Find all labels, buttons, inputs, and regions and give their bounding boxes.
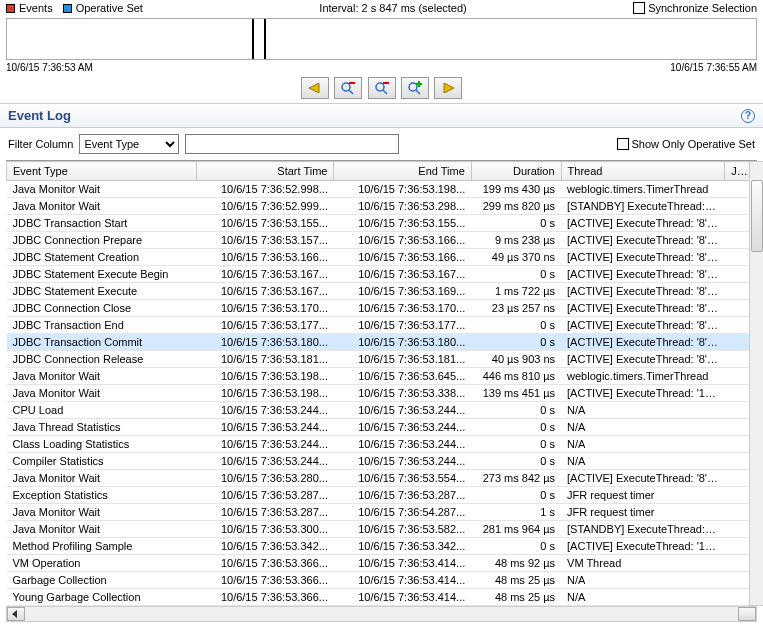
table-row[interactable]: Class Loading Statistics10/6/15 7:36:53.… bbox=[7, 436, 757, 453]
cell-duration: 446 ms 810 µs bbox=[471, 368, 561, 385]
cell-end-time: 10/6/15 7:36:53.180... bbox=[334, 334, 471, 351]
table-row[interactable]: Java Monitor Wait10/6/15 7:36:53.280...1… bbox=[7, 470, 757, 487]
cell-thread: JFR request timer bbox=[561, 487, 725, 504]
cell-duration: 0 s bbox=[471, 402, 561, 419]
cell-event-type: Java Monitor Wait bbox=[7, 368, 197, 385]
table-row[interactable]: Java Monitor Wait10/6/15 7:36:52.999...1… bbox=[7, 198, 757, 215]
svg-line-2 bbox=[349, 90, 353, 94]
zoom-in-button[interactable] bbox=[401, 77, 429, 99]
col-duration[interactable]: Duration bbox=[471, 162, 561, 181]
cell-event-type: Java Monitor Wait bbox=[7, 385, 197, 402]
cell-event-type: Exception Statistics bbox=[7, 487, 197, 504]
help-icon[interactable]: ? bbox=[741, 109, 755, 123]
table-row[interactable]: JDBC Transaction Commit10/6/15 7:36:53.1… bbox=[7, 334, 757, 351]
cell-start-time: 10/6/15 7:36:53.300... bbox=[197, 521, 334, 538]
table-row[interactable]: JDBC Statement Execute10/6/15 7:36:53.16… bbox=[7, 283, 757, 300]
zoom-reset-button[interactable] bbox=[368, 77, 396, 99]
table-row[interactable]: JDBC Connection Prepare10/6/15 7:36:53.1… bbox=[7, 232, 757, 249]
nav-toolbar bbox=[0, 77, 763, 99]
show-only-operative-toggle[interactable]: Show Only Operative Set bbox=[617, 138, 756, 150]
table-row[interactable]: Java Monitor Wait10/6/15 7:36:53.300...1… bbox=[7, 521, 757, 538]
cell-duration: 299 ms 820 µs bbox=[471, 198, 561, 215]
cell-duration: 48 ms 25 µs bbox=[471, 572, 561, 589]
table-row[interactable]: Exception Statistics10/6/15 7:36:53.287.… bbox=[7, 487, 757, 504]
table-row[interactable]: Young Garbage Collection10/6/15 7:36:53.… bbox=[7, 589, 757, 606]
col-start-time[interactable]: Start Time bbox=[197, 162, 334, 181]
cell-duration: 0 s bbox=[471, 453, 561, 470]
table-row[interactable]: CPU Load10/6/15 7:36:53.244...10/6/15 7:… bbox=[7, 402, 757, 419]
cell-end-time: 10/6/15 7:36:53.244... bbox=[334, 402, 471, 419]
sync-selection-checkbox-icon[interactable] bbox=[633, 2, 645, 14]
table-row[interactable]: Java Monitor Wait10/6/15 7:36:53.198...1… bbox=[7, 368, 757, 385]
scroll-right-icon bbox=[746, 610, 751, 618]
col-end-time[interactable]: End Time bbox=[334, 162, 471, 181]
cell-duration: 273 ms 842 µs bbox=[471, 470, 561, 487]
table-row[interactable]: Garbage Collection10/6/15 7:36:53.366...… bbox=[7, 572, 757, 589]
cell-start-time: 10/6/15 7:36:52.999... bbox=[197, 198, 334, 215]
timeline-selection-marker[interactable] bbox=[252, 19, 266, 59]
legend-events-label: Events bbox=[19, 2, 53, 14]
legend-events: Events bbox=[6, 2, 53, 14]
table-row[interactable]: Java Monitor Wait10/6/15 7:36:53.287...1… bbox=[7, 504, 757, 521]
show-only-operative-checkbox-icon[interactable] bbox=[617, 138, 629, 150]
cell-end-time: 10/6/15 7:36:53.645... bbox=[334, 368, 471, 385]
table-row[interactable]: Method Profiling Sample10/6/15 7:36:53.3… bbox=[7, 538, 757, 555]
cell-end-time: 10/6/15 7:36:53.342... bbox=[334, 538, 471, 555]
cell-start-time: 10/6/15 7:36:53.342... bbox=[197, 538, 334, 555]
table-row[interactable]: JDBC Statement Creation10/6/15 7:36:53.1… bbox=[7, 249, 757, 266]
cell-end-time: 10/6/15 7:36:53.287... bbox=[334, 487, 471, 504]
cell-duration: 0 s bbox=[471, 436, 561, 453]
cell-end-time: 10/6/15 7:36:53.155... bbox=[334, 215, 471, 232]
cell-start-time: 10/6/15 7:36:53.244... bbox=[197, 436, 334, 453]
table-row[interactable]: VM Operation10/6/15 7:36:53.366...10/6/1… bbox=[7, 555, 757, 572]
table-row[interactable]: JDBC Transaction End10/6/15 7:36:53.177.… bbox=[7, 317, 757, 334]
table-row[interactable]: Java Thread Statistics10/6/15 7:36:53.24… bbox=[7, 419, 757, 436]
nav-prev-button[interactable] bbox=[301, 77, 329, 99]
table-body: Java Monitor Wait10/6/15 7:36:52.998...1… bbox=[7, 181, 757, 606]
timeline[interactable] bbox=[6, 18, 757, 60]
table-row[interactable]: Compiler Statistics10/6/15 7:36:53.244..… bbox=[7, 453, 757, 470]
cell-start-time: 10/6/15 7:36:53.198... bbox=[197, 368, 334, 385]
cell-duration: 0 s bbox=[471, 266, 561, 283]
table-row[interactable]: Java Monitor Wait10/6/15 7:36:52.998...1… bbox=[7, 181, 757, 198]
cell-thread: [STANDBY] ExecuteThread: '4' ... bbox=[561, 198, 725, 215]
legend-operative: Operative Set bbox=[63, 2, 143, 14]
cell-end-time: 10/6/15 7:36:53.298... bbox=[334, 198, 471, 215]
cell-end-time: 10/6/15 7:36:53.414... bbox=[334, 589, 471, 606]
timestamp-right: 10/6/15 7:36:55 AM bbox=[670, 62, 757, 73]
sync-selection-toggle[interactable]: Synchronize Selection bbox=[633, 2, 757, 14]
cell-duration: 0 s bbox=[471, 334, 561, 351]
zoom-in-icon bbox=[407, 81, 423, 95]
svg-marker-11 bbox=[444, 83, 454, 93]
filter-input[interactable] bbox=[185, 134, 399, 154]
svg-line-5 bbox=[383, 90, 387, 94]
table-row[interactable]: JDBC Connection Close10/6/15 7:36:53.170… bbox=[7, 300, 757, 317]
svg-point-4 bbox=[376, 83, 384, 91]
table-row[interactable]: JDBC Statement Execute Begin10/6/15 7:36… bbox=[7, 266, 757, 283]
cell-duration: 0 s bbox=[471, 419, 561, 436]
cell-duration: 281 ms 964 µs bbox=[471, 521, 561, 538]
zoom-out-button[interactable] bbox=[334, 77, 362, 99]
cell-thread: [ACTIVE] ExecuteThread: '8' fo... bbox=[561, 232, 725, 249]
table-row[interactable]: JDBC Transaction Start10/6/15 7:36:53.15… bbox=[7, 215, 757, 232]
cell-duration: 0 s bbox=[471, 317, 561, 334]
svg-point-7 bbox=[409, 83, 417, 91]
cell-end-time: 10/6/15 7:36:53.244... bbox=[334, 436, 471, 453]
cell-thread: [ACTIVE] ExecuteThread: '8' fo... bbox=[561, 249, 725, 266]
show-only-operative-label: Show Only Operative Set bbox=[632, 138, 756, 150]
cell-event-type: Java Monitor Wait bbox=[7, 470, 197, 487]
col-thread[interactable]: Thread bbox=[561, 162, 725, 181]
cell-duration: 199 ms 430 µs bbox=[471, 181, 561, 198]
cell-event-type: Class Loading Statistics bbox=[7, 436, 197, 453]
cell-duration: 0 s bbox=[471, 538, 561, 555]
zoom-reset-icon bbox=[374, 81, 390, 95]
cell-start-time: 10/6/15 7:36:53.366... bbox=[197, 589, 334, 606]
col-event-type[interactable]: Event Type bbox=[7, 162, 197, 181]
filter-column-select[interactable]: Event Type bbox=[79, 134, 179, 154]
table-row[interactable]: JDBC Connection Release10/6/15 7:36:53.1… bbox=[7, 351, 757, 368]
table-row[interactable]: Java Monitor Wait10/6/15 7:36:53.198...1… bbox=[7, 385, 757, 402]
horizontal-scrollbar[interactable] bbox=[6, 606, 757, 622]
vertical-scrollbar[interactable] bbox=[749, 161, 763, 606]
nav-next-button[interactable] bbox=[434, 77, 462, 99]
cell-event-type: Java Monitor Wait bbox=[7, 521, 197, 538]
